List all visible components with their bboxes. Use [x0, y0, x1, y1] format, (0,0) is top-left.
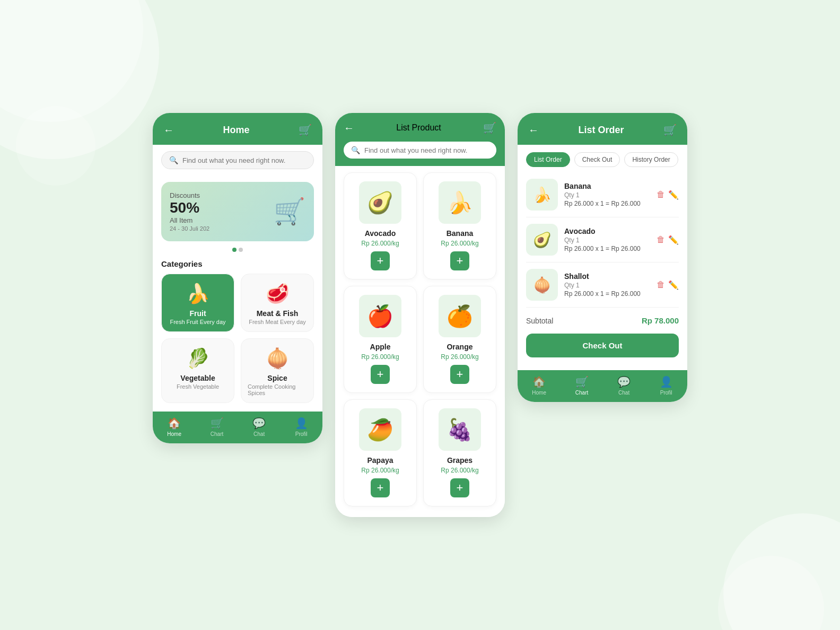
list-product-back-arrow[interactable]: ← [344, 122, 354, 134]
order-shallot-actions: 🗑 ✏️ [657, 280, 679, 290]
checkout-button[interactable]: Check Out [526, 334, 679, 357]
order-chat-nav-icon: 💬 [617, 375, 631, 388]
nav-home[interactable]: 🏠 Home [167, 417, 181, 437]
category-spice[interactable]: 🧅 Spice Complete Cooking Spices [241, 338, 314, 403]
banana-price: Rp 26.000/kg [441, 240, 478, 247]
banner-cart-image: 🛒 [274, 197, 305, 226]
vegetable-emoji: 🥬 [186, 347, 210, 370]
tab-history-order[interactable]: History Order [624, 152, 678, 167]
list-product-body: 🥑 Avocado Rp 26.000/kg + 🍌 Banana Rp 26.… [335, 166, 505, 517]
order-chart-nav-label: Chart [575, 390, 588, 396]
nav-chart[interactable]: 🛒 Chart [211, 417, 224, 437]
order-banana-name: Banana [564, 182, 650, 190]
banner-text: Discounts 50% All Item 24 - 30 Juli 202 [170, 191, 209, 232]
banner-dot-1 [232, 248, 237, 252]
avocado-img: 🥑 [359, 181, 401, 224]
order-avocado-delete-button[interactable]: 🗑 [657, 235, 665, 245]
banner-discount-label: Discounts [170, 191, 209, 199]
order-banana-actions: 🗑 ✏️ [657, 190, 679, 200]
chart-nav-icon: 🛒 [211, 417, 224, 430]
banner-dot-2 [239, 248, 243, 252]
order-banana-delete-button[interactable]: 🗑 [657, 190, 665, 200]
list-product-search-input[interactable] [364, 146, 489, 154]
order-shallot-delete-button[interactable]: 🗑 [657, 280, 665, 290]
order-banana-price: Rp 26.000 x 1 = Rp 26.000 [564, 200, 650, 207]
screen-home: ← Home 🛒 🔍 Discounts 50% All Item 24 - 3… [153, 113, 322, 443]
order-avocado-img: 🥑 [526, 224, 558, 256]
tab-list-order[interactable]: List Order [526, 152, 570, 167]
orange-img: 🍊 [439, 295, 481, 337]
grapes-add-button[interactable]: + [450, 478, 469, 497]
list-product-cart-icon[interactable]: 🛒 [483, 121, 496, 134]
category-meat[interactable]: 🥩 Meat & Fish Fresh Meat Every day [241, 274, 314, 332]
banner-discount-pct: 50% [170, 199, 209, 216]
banner-dots [153, 248, 322, 252]
chat-nav-icon: 💬 [252, 417, 266, 430]
home-back-arrow[interactable]: ← [163, 124, 174, 136]
orange-add-button[interactable]: + [450, 365, 469, 384]
subtotal-row: Subtotal Rp 78.000 [518, 308, 687, 331]
vegetable-sub: Fresh Vegetable [177, 383, 219, 390]
home-search-input[interactable] [182, 156, 306, 164]
papaya-price: Rp 26.000/kg [361, 467, 399, 474]
screen-list-order: ← List Order 🛒 List Order Check Out Hist… [518, 113, 687, 402]
list-order-cart-icon[interactable]: 🛒 [663, 124, 677, 136]
order-list: 🍌 Banana Qty 1 Rp 26.000 x 1 = Rp 26.000… [518, 172, 687, 308]
list-product-search-box[interactable]: 🔍 [344, 142, 496, 159]
category-fruit[interactable]: 🍌 Fruit Fresh Fruit Every day [161, 274, 234, 332]
avocado-name: Avocado [365, 229, 396, 238]
category-vegetable[interactable]: 🥬 Vegetable Fresh Vegetable [161, 338, 234, 403]
papaya-img: 🥭 [359, 408, 401, 451]
list-order-title: List Order [578, 125, 624, 136]
meat-name: Meat & Fish [257, 309, 299, 318]
banana-img: 🍌 [439, 181, 481, 224]
order-avocado-info: Avocado Qty 1 Rp 26.000 x 1 = Rp 26.000 [564, 227, 650, 252]
home-nav-icon: 🏠 [168, 417, 181, 430]
product-apple: 🍎 Apple Rp 26.000/kg + [344, 286, 417, 393]
order-shallot-edit-button[interactable]: ✏️ [668, 280, 679, 290]
banana-name: Banana [447, 229, 474, 238]
nav-profil[interactable]: 👤 Profil [295, 417, 308, 437]
order-banana-info: Banana Qty 1 Rp 26.000 x 1 = Rp 26.000 [564, 182, 650, 207]
banana-add-button[interactable]: + [450, 251, 469, 270]
home-banner: Discounts 50% All Item 24 - 30 Juli 202 … [161, 182, 314, 241]
chart-nav-label: Chart [211, 431, 223, 437]
product-orange: 🍊 Orange Rp 26.000/kg + [423, 286, 496, 393]
home-nav-label: Home [167, 431, 181, 437]
avocado-add-button[interactable]: + [371, 251, 390, 270]
order-home-nav-label: Home [532, 390, 546, 396]
order-nav-home[interactable]: 🏠 Home [532, 375, 546, 396]
order-banana-edit-button[interactable]: ✏️ [668, 190, 679, 200]
order-nav-chat[interactable]: 💬 Chat [617, 375, 631, 396]
nav-chat[interactable]: 💬 Chat [252, 417, 266, 437]
order-avocado-name: Avocado [564, 227, 650, 235]
home-cart-icon[interactable]: 🛒 [299, 124, 312, 136]
product-banana: 🍌 Banana Rp 26.000/kg + [423, 172, 496, 279]
list-order-header: ← List Order 🛒 [518, 113, 687, 145]
spice-name: Spice [267, 374, 287, 382]
chat-nav-label: Chat [253, 431, 265, 437]
grapes-name: Grapes [447, 456, 472, 465]
screens-container: ← Home 🛒 🔍 Discounts 50% All Item 24 - 3… [153, 113, 687, 517]
order-banana-img: 🍌 [526, 179, 558, 211]
subtotal-label: Subtotal [526, 317, 553, 325]
list-product-header: ← List Product 🛒 🔍 [335, 113, 505, 166]
home-body: Discounts 50% All Item 24 - 30 Juli 202 … [153, 176, 322, 412]
papaya-add-button[interactable]: + [371, 478, 390, 497]
order-banana-qty: Qty 1 [564, 191, 650, 199]
order-avocado-price: Rp 26.000 x 1 = Rp 26.000 [564, 245, 650, 252]
order-nav-profil[interactable]: 👤 Profil [660, 375, 673, 396]
home-title: Home [223, 125, 249, 136]
order-profil-nav-label: Profil [660, 390, 672, 396]
fruit-name: Fruit [189, 309, 206, 318]
order-avocado-edit-button[interactable]: ✏️ [668, 235, 679, 245]
order-nav-chart[interactable]: 🛒 Chart [575, 375, 589, 396]
order-chat-nav-label: Chat [618, 390, 629, 396]
order-profil-nav-icon: 👤 [660, 375, 673, 388]
order-shallot-info: Shallot Qty 1 Rp 26.000 x 1 = Rp 26.000 [564, 272, 650, 298]
apple-add-button[interactable]: + [371, 365, 390, 384]
grapes-img: 🍇 [439, 408, 481, 451]
list-order-back-arrow[interactable]: ← [528, 124, 539, 136]
home-search-box[interactable]: 🔍 [161, 151, 314, 169]
tab-check-out[interactable]: Check Out [574, 152, 620, 167]
